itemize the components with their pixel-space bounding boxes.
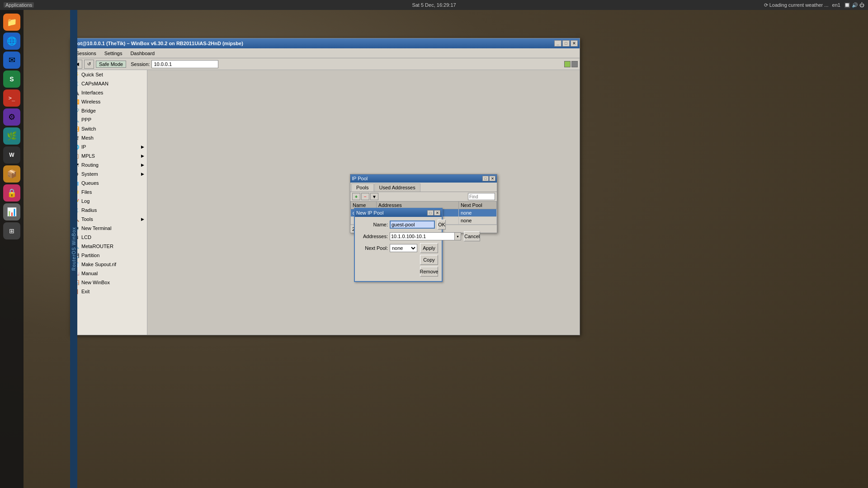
sidebar-item-quick-set[interactable]: ⚡ Quick Set	[71, 70, 147, 79]
sidebar-item-interfaces[interactable]: 🔌 Interfaces	[71, 88, 147, 97]
winbox-menubar: Sessions Settings Dashboard	[71, 48, 580, 58]
sidebar-item-radius[interactable]: 📡 Radius	[71, 206, 147, 215]
taskbar-top: Applications Sat 5 Dec, 16:29:17 ⟳ Loadi…	[0, 0, 868, 10]
sidebar-item-manual[interactable]: 📖 Manual	[71, 269, 147, 278]
sidebar-item-new-winbox[interactable]: 🪟 New WinBox	[71, 278, 147, 287]
tab-pools[interactable]: Pools	[351, 183, 374, 192]
dock-icon-soffice[interactable]: S	[3, 70, 20, 88]
sidebar-item-switch[interactable]: 🔀 Switch	[71, 124, 147, 133]
sidebar-item-system[interactable]: ⚙ System ▶	[71, 169, 147, 178]
dock-icon-files[interactable]: 📁	[3, 14, 20, 31]
dock-icon-settings[interactable]: ⚙	[3, 108, 20, 126]
sidebar-item-ip[interactable]: 🌐 IP ▶	[71, 142, 147, 151]
winbox-titlebar: root@10.0.0.1 (TheTik) – WinBox v6.30.2 …	[71, 38, 580, 48]
system-arrow: ▶	[141, 172, 144, 176]
left-dock: 📁 🌐 ✉ S >_ ⚙ 🌿 W 📦 🔒 📊 ⊞	[0, 10, 24, 488]
dock-icon-network[interactable]: 🌿	[3, 127, 20, 145]
ok-button[interactable]: OK	[438, 220, 446, 230]
table-toolbar: + − ▼	[350, 192, 497, 201]
titlebar-buttons: _ □ ✕	[554, 40, 578, 47]
ip-pool-restore-button[interactable]: □	[482, 176, 489, 181]
row-next-pool: none	[458, 209, 496, 217]
sidebar-item-make-supout[interactable]: 📄 Make Supout.rif	[71, 260, 147, 269]
apply-button[interactable]: Apply	[420, 243, 438, 253]
ip-pool-tabs: Pools Used Addresses	[350, 183, 497, 192]
sidebar-item-mpls[interactable]: 📋 MPLS ▶	[71, 151, 147, 160]
sidebar-item-mesh[interactable]: 🕸 Mesh	[71, 133, 147, 142]
sidebar-label-make-supout: Make Supout.rif	[81, 262, 116, 267]
sidebar-item-bridge[interactable]: 🔗 Bridge	[71, 106, 147, 115]
dock-icon-apps[interactable]: ⊞	[3, 222, 20, 239]
add-pool-button[interactable]: +	[352, 193, 360, 200]
keyboard-layout[interactable]: en1	[832, 2, 840, 8]
session-input[interactable]	[151, 60, 218, 68]
remove-pool-button[interactable]: −	[361, 193, 369, 200]
row-next-pool-2: none	[458, 217, 496, 225]
app-menu[interactable]: Applications	[4, 2, 34, 8]
winbox-content: ⚡ Quick Set 📡 CAPsMAAN 🔌 Interfaces 📶 Wi…	[71, 70, 580, 335]
dock-icon-monitor[interactable]: 📊	[3, 203, 20, 221]
sidebar-label-log: Log	[81, 198, 90, 204]
winbox-title: root@10.0.0.1 (TheTik) – WinBox v6.30.2 …	[72, 41, 243, 46]
name-input[interactable]	[390, 221, 435, 229]
sidebar-item-log[interactable]: 📝 Log	[71, 197, 147, 206]
sidebar-item-routing[interactable]: 🗺 Routing ▶	[71, 160, 147, 169]
minimize-button[interactable]: _	[554, 40, 561, 47]
forward-button[interactable]: ↺	[84, 60, 94, 69]
dock-icon-mail[interactable]: ✉	[3, 52, 20, 69]
dock-icon-winbox[interactable]: W	[3, 146, 20, 164]
ip-pool-window: IP Pool □ ✕ Pools Used Addresses + − ▼	[350, 174, 497, 233]
remove-button[interactable]: Remove	[420, 267, 438, 277]
dock-icon-browser[interactable]: 🌐	[3, 33, 20, 50]
copy-button[interactable]: Copy	[420, 255, 438, 265]
close-button[interactable]: ✕	[571, 40, 578, 47]
new-pool-titlebar: New IP Pool □ ✕	[355, 209, 442, 217]
mpls-arrow: ▶	[141, 154, 144, 158]
safe-mode-button[interactable]: Safe Mode	[96, 61, 126, 68]
addresses-input[interactable]	[390, 232, 455, 240]
sidebar-item-partition[interactable]: 💾 Partition	[71, 251, 147, 260]
sidebar-label-manual: Manual	[81, 271, 98, 276]
ip-pool-close-button[interactable]: ✕	[489, 176, 495, 181]
dock-icon-terminal[interactable]: >_	[3, 89, 20, 107]
sidebar-item-ppp[interactable]: 🔧 PPP	[71, 115, 147, 124]
new-pool-restore-button[interactable]: □	[427, 210, 434, 216]
filter-button[interactable]: ▼	[370, 193, 378, 200]
datetime: Sat 5 Dec, 16:29:17	[412, 2, 456, 8]
tab-used-addresses[interactable]: Used Addresses	[374, 183, 420, 192]
sidebar-item-capsman[interactable]: 📡 CAPsMAAN	[71, 79, 147, 88]
next-pool-row: Next Pool: none Apply	[359, 243, 438, 253]
sidebar-label-tools: Tools	[81, 216, 93, 222]
sidebar-label-wireless: Wireless	[81, 99, 100, 104]
sidebar-label-switch: Switch	[81, 126, 96, 131]
maximize-button[interactable]: □	[562, 40, 570, 47]
menu-dashboard[interactable]: Dashboard	[127, 50, 158, 57]
new-pool-close-button[interactable]: ✕	[434, 210, 440, 216]
menu-settings[interactable]: Settings	[101, 50, 126, 57]
sidebar-item-lcd[interactable]: 🖥 LCD	[71, 233, 147, 242]
sidebar-item-queues[interactable]: 📊 Queues	[71, 178, 147, 188]
dock-icon-package[interactable]: 📦	[3, 165, 20, 183]
taskbar-left: Applications	[4, 2, 34, 8]
sidebar-item-wireless[interactable]: 📶 Wireless	[71, 97, 147, 106]
addresses-label: Addresses:	[359, 234, 388, 239]
sidebar-item-exit[interactable]: 🚪 Exit	[71, 287, 147, 296]
next-pool-wrapper: none	[390, 244, 417, 252]
find-input[interactable]	[468, 193, 495, 200]
winbox-toolbar: ◀ ↺ Safe Mode Session:	[71, 58, 580, 70]
taskbar-right: ⟳ Loading current weather ... en1 🔲 🔊 ⏻	[764, 2, 864, 8]
sidebar-item-tools[interactable]: 🔨 Tools ▶	[71, 215, 147, 224]
cancel-button[interactable]: Cancel	[464, 231, 480, 241]
sidebar-item-files[interactable]: 📁 Files	[71, 188, 147, 197]
addresses-arrow-button[interactable]: ▼	[455, 232, 461, 240]
next-pool-select[interactable]: none	[390, 244, 417, 252]
addresses-wrapper: ▼	[390, 232, 461, 240]
weather-label: ⟳ Loading current weather ...	[764, 2, 829, 8]
sidebar-label-interfaces: Interfaces	[81, 90, 103, 95]
status-gray	[571, 61, 578, 67]
sidebar-label-mpls: MPLS	[81, 153, 95, 159]
sys-tray-icons: 🔲 🔊 ⏻	[844, 2, 864, 8]
dock-icon-security[interactable]: 🔒	[3, 184, 20, 202]
sidebar-item-new-terminal[interactable]: 💻 New Terminal	[71, 224, 147, 233]
sidebar-item-metarouter[interactable]: 🔧 MetaROUTER	[71, 242, 147, 251]
